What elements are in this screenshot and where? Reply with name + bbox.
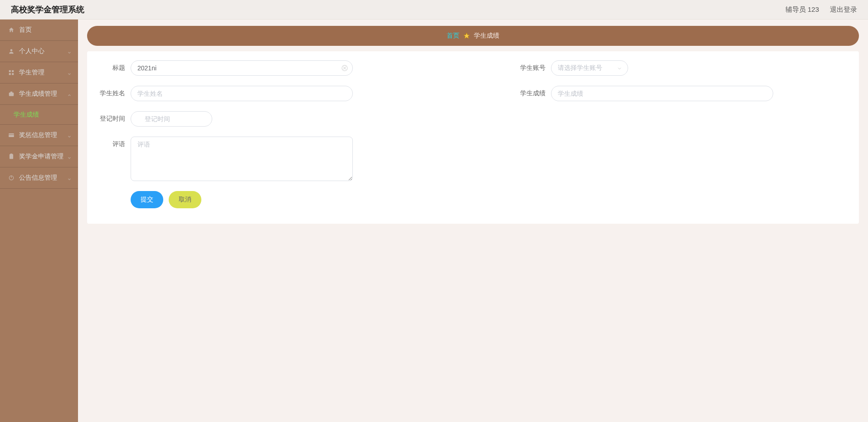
account-select-placeholder: 请选择学生账号 <box>558 64 602 72</box>
breadcrumb-home-link[interactable]: 首页 <box>447 32 459 40</box>
svg-rect-1 <box>9 70 11 72</box>
breadcrumb-current: 学生成绩 <box>474 32 499 40</box>
chevron-down-icon <box>617 65 622 71</box>
time-input[interactable] <box>131 111 212 127</box>
sidebar-item-label: 奖学金申请管理 <box>19 152 63 161</box>
form-label-name: 学生姓名 <box>98 86 125 100</box>
time-input-wrap <box>131 111 212 127</box>
title-input-wrap <box>131 60 353 76</box>
form-item-score: 学生成绩 <box>473 86 848 101</box>
sidebar-item-scholarship-apply[interactable]: 奖学金申请管理 <box>0 146 78 167</box>
form-card: 标题 学生账号 请选择学生账号 <box>87 51 859 224</box>
chevron-down-icon <box>67 49 72 54</box>
power-icon <box>8 175 15 181</box>
sidebar-item-label: 公告信息管理 <box>19 174 57 182</box>
chevron-down-icon <box>67 154 72 159</box>
sidebar-subitem-grades[interactable]: 学生成绩 <box>0 105 78 125</box>
form-actions: 提交 取消 <box>131 191 848 208</box>
top-bar: 高校奖学金管理系统 辅导员 123 退出登录 <box>0 0 868 20</box>
sidebar-subitem-label: 学生成绩 <box>14 111 39 119</box>
svg-rect-6 <box>9 133 14 137</box>
sidebar-item-student-mgmt[interactable]: 学生管理 <box>0 62 78 83</box>
title-input[interactable] <box>131 60 353 76</box>
home-icon <box>8 27 15 33</box>
chevron-down-icon <box>67 176 72 180</box>
form-item-comment: 评语 <box>98 137 848 181</box>
chevron-down-icon <box>67 133 72 137</box>
svg-point-0 <box>10 49 13 51</box>
sidebar-item-grade-mgmt[interactable]: 学生成绩管理 <box>0 83 78 105</box>
sidebar-item-label: 奖惩信息管理 <box>19 131 57 139</box>
logout-link[interactable]: 退出登录 <box>830 5 857 14</box>
score-input[interactable] <box>551 86 773 101</box>
sidebar-item-announce[interactable]: 公告信息管理 <box>0 167 78 189</box>
sidebar-item-label: 个人中心 <box>19 47 44 55</box>
card-icon <box>8 132 15 138</box>
clipboard-icon <box>8 153 15 160</box>
form-item-name: 学生姓名 <box>98 86 473 101</box>
cancel-button[interactable]: 取消 <box>169 191 201 208</box>
sidebar-item-profile[interactable]: 个人中心 <box>0 41 78 62</box>
svg-rect-9 <box>10 154 13 155</box>
svg-rect-2 <box>12 70 14 72</box>
comment-textarea[interactable] <box>131 137 353 181</box>
svg-rect-3 <box>9 73 11 75</box>
form-label-comment: 评语 <box>98 137 125 151</box>
form-label-time: 登记时间 <box>98 111 125 126</box>
grid-icon <box>8 69 15 76</box>
app-title: 高校奖学金管理系统 <box>11 4 84 15</box>
form-item-time: 登记时间 <box>98 111 848 127</box>
form-item-account: 学生账号 请选择学生账号 <box>473 60 848 76</box>
svg-marker-12 <box>463 33 469 39</box>
name-input[interactable] <box>131 86 353 101</box>
svg-rect-8 <box>10 154 13 159</box>
clear-icon[interactable] <box>341 64 348 72</box>
sidebar-item-label: 首页 <box>19 26 32 34</box>
form-label-score: 学生成绩 <box>518 86 546 100</box>
star-icon <box>463 32 470 39</box>
top-bar-right: 辅导员 123 退出登录 <box>785 5 857 14</box>
account-select[interactable]: 请选择学生账号 <box>551 60 628 76</box>
svg-rect-5 <box>9 93 14 96</box>
form-item-title: 标题 <box>98 60 473 76</box>
chevron-up-icon <box>67 92 72 96</box>
sidebar-item-label: 学生管理 <box>19 69 44 77</box>
user-icon <box>8 48 15 54</box>
sidebar-item-reward-punish[interactable]: 奖惩信息管理 <box>0 125 78 146</box>
main-content: 首页 学生成绩 标题 学生账号 <box>78 20 868 422</box>
svg-rect-4 <box>12 73 14 75</box>
sidebar-item-home[interactable]: 首页 <box>0 20 78 41</box>
form-label-title: 标题 <box>98 60 125 75</box>
submit-button[interactable]: 提交 <box>131 191 163 208</box>
breadcrumb: 首页 学生成绩 <box>87 26 859 46</box>
sidebar: 首页 个人中心 学生管理 学生成绩管理 <box>0 20 78 422</box>
chevron-down-icon <box>67 70 72 75</box>
sidebar-item-label: 学生成绩管理 <box>19 90 57 98</box>
form-label-account: 学生账号 <box>518 60 546 75</box>
briefcase-icon <box>8 91 15 97</box>
user-role-label: 辅导员 123 <box>785 5 819 14</box>
